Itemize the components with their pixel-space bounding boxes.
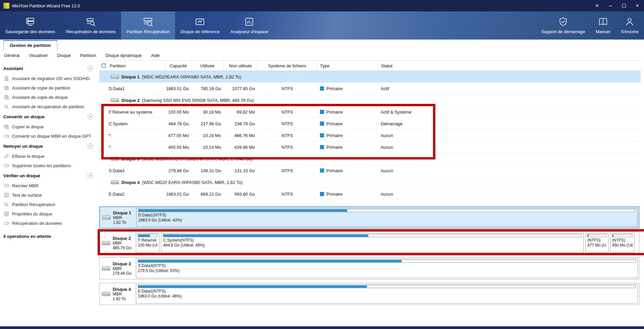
close-button[interactable]: × xyxy=(631,0,644,11)
disk-group-row-3[interactable]: Disque 3 (WDC WD3000HLFS-01MZUV0 SATA, M… xyxy=(99,153,641,165)
convert-disk-icon xyxy=(4,134,9,139)
partition-block-csystem[interactable]: C:System(NTFS) 464.8 Go (Utilisé: 49%) xyxy=(161,233,584,253)
partition-block-450mo[interactable]: (NTFS) 450 Mo (Utili xyxy=(610,233,635,253)
column-used[interactable]: Utilisée xyxy=(192,61,224,71)
collapse-chevron-icon[interactable] xyxy=(88,114,93,120)
primary-partition-icon xyxy=(320,133,324,137)
toolbar-data-backup[interactable]: Sauvegarde des données xyxy=(0,11,60,40)
unused-cell: 69.82 Mo xyxy=(224,106,258,118)
partition-label: C:System(NTFS) xyxy=(163,238,582,243)
menu-icon[interactable]: ≡ xyxy=(590,0,604,11)
disk-group-row-4[interactable]: Disque 4 (WDC WD20 EARX-00PASB0 SATA, MB… xyxy=(99,177,641,188)
partition-name: F:Réservé au système xyxy=(99,106,165,118)
disk-group-row-2[interactable]: Disque 2 (Samsung SSD 850 EVO 500GB SATA… xyxy=(99,94,641,106)
toolbar-spacer xyxy=(274,11,536,40)
sidebar-item-disk-properties[interactable]: Propriétés du disque xyxy=(0,209,98,218)
toolbar-disk-benchmark[interactable]: Disque de référence xyxy=(175,11,225,40)
tab-gestion-de-partition[interactable]: Gestion de partition xyxy=(3,40,57,50)
hdd-icon xyxy=(111,74,119,79)
capacity-cell: 477.00 Mo xyxy=(165,130,192,141)
table-row-unlabeled-477[interactable]: *: 477.00 Mo 10.24 Mo 466.76 Mo NTFS Pri… xyxy=(99,130,641,141)
collapse-chevron-icon[interactable] xyxy=(88,143,93,149)
partition-detail: 477 Mo (Utili xyxy=(587,243,606,248)
collapse-chevron-icon[interactable] xyxy=(88,173,93,179)
unused-cell: 466.76 Mo xyxy=(224,130,258,141)
table-row-freserve[interactable]: F:Réservé au système 100.00 Mo 30.18 Mo … xyxy=(99,106,641,118)
toolbar-data-recovery[interactable]: Récupération de données xyxy=(60,11,121,40)
section-title: Vérifier un disque xyxy=(3,173,40,178)
diskmap-disk-1[interactable]: Disque 1 MBR 1.82 To D:Data1(NTFS) 1863.… xyxy=(99,206,639,228)
toolbar-manual[interactable]: Manuel xyxy=(590,11,615,40)
table-row-unlabeled-450[interactable]: *: 450.00 Mo 10.14 Mo 439.86 Mo NTFS Pri… xyxy=(99,141,641,153)
minimize-button[interactable]: – xyxy=(604,0,617,11)
column-status[interactable]: Statut xyxy=(378,61,641,71)
sidebar-item-surface-test[interactable]: Test de surface xyxy=(0,190,98,200)
sidebar-item-label: Propriétés du disque xyxy=(12,211,52,216)
sidebar-item-data-recovery[interactable]: Récupération de données xyxy=(0,218,98,228)
sidebar-section-verifier[interactable]: Vérifier un disque xyxy=(0,170,98,181)
menu-visualiser[interactable]: Visualiser xyxy=(24,53,52,58)
table-row-csystem[interactable]: C:System 464.76 Go 227.96 Go 236.79 Go N… xyxy=(99,118,641,130)
disk-group-row-1[interactable]: Disque 1 (WDC WD20EARX-00PASB0 SATA, MBR… xyxy=(99,71,641,83)
section-title: Convertir un disque xyxy=(3,114,45,119)
used-cell: 30.18 Mo xyxy=(192,106,224,118)
toolbar-bootable-media[interactable]: Support de démarrage xyxy=(536,11,590,40)
disk-name: Disque 4 xyxy=(121,180,140,185)
backup-icon xyxy=(25,17,35,27)
partition-block-freserve[interactable]: F:Réservé au 100 Mo (Utili xyxy=(136,233,159,253)
sidebar-item-delete-all-partitions[interactable]: Supprimer toutes les partitions xyxy=(0,161,98,170)
menu-disque[interactable]: Disque xyxy=(52,53,75,58)
partition-name: D:Data1 xyxy=(99,83,165,94)
sidebar-section-assistant[interactable]: Assistant xyxy=(0,63,98,74)
usage-fill xyxy=(138,235,150,237)
disk-name: Disque 3 xyxy=(121,156,140,161)
sidebar-item-label: Effacer le disque xyxy=(12,154,45,159)
table-row-sdata3[interactable]: S:Data3 279.46 Go 148.31 Go 131.15 Go NT… xyxy=(99,165,641,177)
capacity-cell: 450.00 Mo xyxy=(165,141,192,153)
menu-general[interactable]: Général xyxy=(0,53,24,58)
partition-block-477mo[interactable]: (NTFS) 477 Mo (Utili xyxy=(585,233,608,253)
partition-name: *: xyxy=(99,141,165,153)
disk-properties-icon xyxy=(4,211,9,216)
sidebar-item-wipe-disk[interactable]: Effacer le disque xyxy=(0,151,98,161)
sidebar-item-label: Assistant de migration OS vers SSD/HD xyxy=(12,76,90,81)
copy-partition-icon xyxy=(4,85,9,90)
sidebar-item-copy-partition[interactable]: Assistant de copie de partition xyxy=(0,83,98,92)
column-filesystem[interactable]: Système de fichiers xyxy=(258,61,317,71)
diskmap-disk-3[interactable]: Disque 3 MBR 279.46 Go S:Data3(NTFS) 279… xyxy=(99,257,639,279)
sidebar-item-migrate-os[interactable]: Assistant de migration OS vers SSD/HD xyxy=(0,74,98,83)
toolbar-register[interactable]: S'inscrire xyxy=(615,11,644,40)
collapse-chevron-icon[interactable] xyxy=(88,66,93,71)
partition-block-edata2[interactable]: E:Data2(NTFS) 1863.0 Go (Utilisé: 46%) xyxy=(136,284,638,304)
type-cell: Primaire xyxy=(317,188,378,200)
table-row-edata2[interactable]: E:Data2 1863.01 Go 869.21 Go 993.80 Go N… xyxy=(99,188,641,200)
diskmap-disk-2[interactable]: Disque 2 MBR 465.76 Go F:Réservé au 100 … xyxy=(99,232,639,254)
sidebar-item-label: Assistant de copie de disque xyxy=(12,95,68,100)
app-logo-icon xyxy=(3,3,9,9)
menu-aide[interactable]: Aide xyxy=(146,53,164,58)
column-capacity[interactable]: Capacité xyxy=(165,61,192,71)
refresh-icon[interactable] xyxy=(101,63,107,69)
diskmap-disk-4[interactable]: Disque 4 MBR 1.82 To E:Data2(NTFS) 1863.… xyxy=(99,283,639,305)
sidebar-section-convertir[interactable]: Convertir un disque xyxy=(0,111,98,122)
column-partition[interactable]: Partition xyxy=(99,61,165,71)
toolbar-partition-recovery[interactable]: Partition Récupération xyxy=(121,11,175,40)
table-row-ddata1[interactable]: D:Data1 1863.01 Go 785.16 Go 1077.85 Go … xyxy=(99,83,641,94)
sidebar-section-nettoyer[interactable]: Nettoyer un disque xyxy=(0,141,98,151)
sidebar-item-partition-recovery-wizard[interactable]: Assistant de récupération de partition xyxy=(0,102,98,111)
toolbar-space-analyzer[interactable]: Analyseur d'espace xyxy=(225,11,274,40)
maximize-button[interactable] xyxy=(617,0,631,11)
sidebar-item-rebuild-mbr[interactable]: Recréer MBR xyxy=(0,181,98,190)
sidebar-item-copy-disk-wizard[interactable]: Assistant de copie de disque xyxy=(0,92,98,102)
sidebar-item-partition-recovery[interactable]: Partition Récupération xyxy=(0,200,98,209)
partition-block-ddata1[interactable]: D:Data1(NTFS) 1863.0 Go (Utilisé: 42%) xyxy=(136,208,637,227)
partition-block-sdata3[interactable]: S:Data3(NTFS) 279.5 Go (Utilisé: 53%) xyxy=(136,259,638,278)
menu-partition[interactable]: Partition xyxy=(75,53,101,58)
partition-name: E:Data2 xyxy=(99,188,165,200)
column-unused[interactable]: Non utilisée xyxy=(224,61,258,71)
sidebar-item-convert-mbr-gpt[interactable]: Convertir un disque MBR en disque GPT xyxy=(0,131,98,141)
tab-bar: Gestion de partition xyxy=(0,40,644,50)
sidebar-item-copy-disk[interactable]: Copier le disque xyxy=(0,122,98,131)
column-type[interactable]: Type xyxy=(317,61,378,71)
menu-disque-dynamique[interactable]: Disque dynamique xyxy=(101,53,147,58)
